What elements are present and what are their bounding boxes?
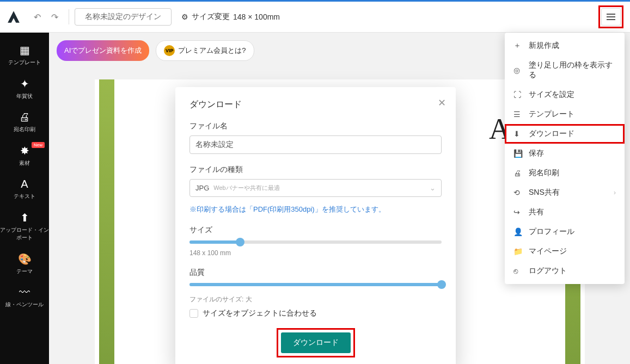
download-modal: ダウンロード ✕ ファイル名 ファイルの種類 JPG Webバナーや共有に最適 … bbox=[175, 87, 456, 364]
bleed-icon: ◎ bbox=[513, 66, 522, 75]
sidebar-icon: ✦ bbox=[0, 77, 49, 90]
sidebar-item-7[interactable]: 〰線・ペンツール bbox=[0, 281, 49, 314]
menu-item-label: プロフィール bbox=[529, 227, 574, 237]
toolbar-divider bbox=[69, 9, 69, 24]
fit-to-object-label: サイズをオブジェクトに合わせる bbox=[203, 309, 317, 318]
menu-item-mypage[interactable]: 📁マイページ bbox=[505, 242, 625, 261]
download-icon: ⬇ bbox=[513, 129, 522, 138]
download-button[interactable]: ダウンロード bbox=[281, 332, 351, 353]
sidebar-label: テーマ bbox=[16, 268, 33, 274]
undo-button[interactable]: ↶ bbox=[28, 8, 46, 26]
sidebar-item-6[interactable]: 🎨テーマ bbox=[0, 247, 49, 281]
sidebar-label: テキスト bbox=[14, 193, 35, 199]
menu-item-logout[interactable]: ⎋ログアウト bbox=[505, 261, 625, 281]
new-icon: ＋ bbox=[513, 41, 522, 51]
quality-slider[interactable] bbox=[189, 283, 442, 286]
premium-info-button[interactable]: VIP プレミアム会員とは? bbox=[156, 40, 254, 61]
menu-item-label: サイズを設定 bbox=[529, 90, 574, 100]
menu-item-share[interactable]: ↪共有 bbox=[505, 202, 625, 222]
download-button-highlight: ダウンロード bbox=[277, 328, 355, 357]
menu-item-sns[interactable]: ⟲SNS共有› bbox=[505, 183, 625, 202]
share-icon: ↪ bbox=[513, 208, 522, 217]
menu-item-label: ログアウト bbox=[529, 266, 567, 276]
top-toolbar: ↶ ↷ 名称未設定のデザイン ⚙ サイズ変更 148 × 100mm bbox=[0, 2, 630, 33]
mypage-icon: 📁 bbox=[513, 247, 522, 256]
menu-item-label: 新規作成 bbox=[529, 41, 559, 51]
sidebar-item-1[interactable]: ✦年賀状 bbox=[0, 72, 49, 106]
menu-item-label: テンプレート bbox=[529, 109, 574, 119]
size-change-button[interactable]: ⚙ サイズ変更 148 × 100mm bbox=[181, 12, 280, 22]
menu-item-tmpl[interactable]: ☰テンプレート bbox=[505, 104, 625, 124]
menu-item-label: 共有 bbox=[529, 207, 544, 217]
modal-close-button[interactable]: ✕ bbox=[438, 97, 446, 109]
menu-item-print[interactable]: 🖨宛名印刷 bbox=[505, 163, 625, 183]
sidebar-label: 素材 bbox=[19, 160, 30, 166]
app-logo-icon bbox=[7, 10, 21, 24]
size-slider[interactable] bbox=[189, 240, 442, 244]
sidebar-item-5[interactable]: ⬆アップロード・インポート bbox=[0, 206, 49, 247]
sidebar-icon: ▦ bbox=[0, 44, 49, 57]
filetype-value: JPG bbox=[195, 184, 209, 192]
sidebar-label: 線・ペンツール bbox=[5, 301, 44, 307]
filetype-select[interactable]: JPG Webバナーや共有に最適 ⌄ bbox=[189, 179, 442, 197]
menu-item-download[interactable]: ⬇ダウンロード bbox=[505, 124, 625, 144]
dimensions-text: 148 × 100mm bbox=[233, 13, 280, 21]
filename-input[interactable] bbox=[189, 135, 442, 154]
filetype-subtext: Webバナーや共有に最適 bbox=[213, 184, 279, 192]
size-value-text: 148 x 100 mm bbox=[189, 249, 442, 257]
sidebar-label: テンプレート bbox=[8, 59, 41, 65]
sidebar-label: 宛名印刷 bbox=[14, 126, 35, 132]
menu-item-new[interactable]: ＋新規作成 bbox=[505, 36, 625, 55]
quality-label: 品質 bbox=[189, 268, 442, 277]
sidebar-item-2[interactable]: 🖨宛名印刷 bbox=[0, 106, 49, 139]
sidebar-icon: 🖨 bbox=[0, 111, 49, 124]
redo-button[interactable]: ↷ bbox=[46, 8, 63, 26]
left-sidebar: ▦テンプレート✦年賀状🖨宛名印刷✸素材NewAテキスト⬆アップロード・インポート… bbox=[0, 33, 49, 364]
sidebar-icon: A bbox=[0, 178, 49, 190]
sidebar-item-0[interactable]: ▦テンプレート bbox=[0, 38, 49, 72]
gear-icon: ⚙ bbox=[181, 13, 188, 21]
canvas-green-left bbox=[99, 79, 114, 364]
sidebar-item-3[interactable]: ✸素材New bbox=[0, 139, 49, 172]
menu-item-label: マイページ bbox=[529, 246, 567, 256]
menu-item-label: ダウンロード bbox=[529, 129, 574, 139]
hamburger-menu-button[interactable] bbox=[601, 8, 621, 26]
sidebar-icon: 🎨 bbox=[0, 252, 49, 266]
chevron-down-icon: ⌄ bbox=[430, 184, 436, 192]
fit-to-object-checkbox[interactable] bbox=[189, 309, 198, 318]
menu-item-label: 保存 bbox=[529, 149, 544, 158]
sidebar-item-4[interactable]: Aテキスト bbox=[0, 172, 49, 206]
sns-icon: ⟲ bbox=[513, 188, 522, 197]
menu-item-label: 宛名印刷 bbox=[529, 168, 559, 178]
filename-label: ファイル名 bbox=[189, 121, 442, 131]
logout-icon: ⎋ bbox=[513, 267, 522, 275]
ai-presentation-button[interactable]: AIでプレゼン資料を作成 bbox=[57, 40, 149, 61]
filetype-label: ファイルの種類 bbox=[189, 165, 442, 175]
menu-item-label: SNS共有 bbox=[529, 188, 560, 198]
size-icon: ⛶ bbox=[513, 90, 522, 99]
design-title[interactable]: 名称未設定のデザイン bbox=[75, 8, 172, 26]
vip-badge-icon: VIP bbox=[164, 45, 175, 56]
menu-item-profile[interactable]: 👤プロフィール bbox=[505, 222, 625, 242]
filesize-text: ファイルのサイズ: 大 bbox=[189, 295, 442, 304]
size-label: サイズ bbox=[189, 225, 442, 235]
modal-title: ダウンロード bbox=[189, 99, 442, 110]
new-badge: New bbox=[32, 142, 45, 148]
sidebar-label: アップロード・インポート bbox=[0, 227, 49, 240]
menu-item-save[interactable]: 💾保存 bbox=[505, 144, 625, 163]
save-icon: 💾 bbox=[513, 149, 522, 158]
size-change-label: サイズ変更 bbox=[192, 12, 230, 22]
profile-icon: 👤 bbox=[513, 227, 522, 236]
menu-item-label: 塗り足し用の枠を表示する bbox=[529, 60, 616, 80]
main-dropdown-menu: ＋新規作成◎塗り足し用の枠を表示する⛶サイズを設定☰テンプレート⬇ダウンロード💾… bbox=[505, 33, 625, 284]
pdf-recommendation-notice: ※印刷する場合は「PDF(印刷用350dpi)」を推奨しています。 bbox=[189, 205, 442, 214]
menu-item-size[interactable]: ⛶サイズを設定 bbox=[505, 85, 625, 104]
sidebar-icon: 〰 bbox=[0, 286, 49, 299]
hamburger-icon bbox=[607, 14, 615, 20]
chevron-right-icon: › bbox=[614, 189, 616, 196]
sidebar-icon: ⬆ bbox=[0, 211, 49, 224]
hamburger-highlight bbox=[598, 5, 623, 28]
premium-label: プレミアム会員とは? bbox=[178, 46, 246, 55]
menu-item-bleed[interactable]: ◎塗り足し用の枠を表示する bbox=[505, 55, 625, 85]
print-icon: 🖨 bbox=[513, 169, 522, 177]
